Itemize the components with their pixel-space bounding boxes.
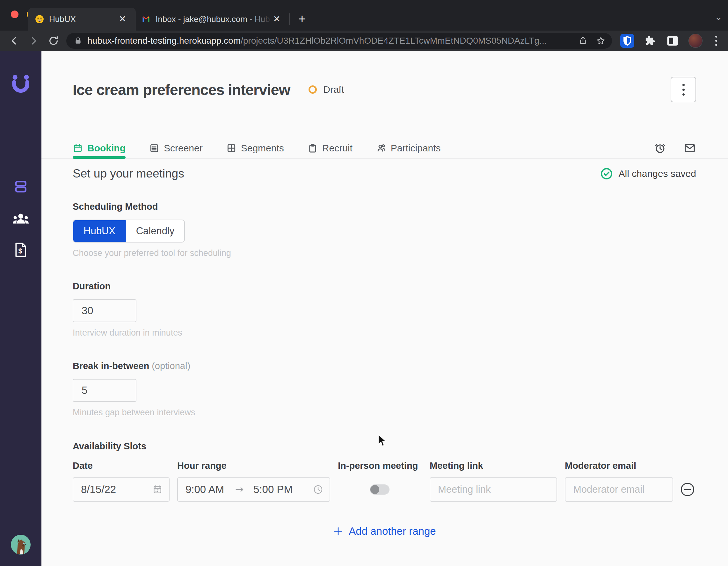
sidebar-toggle-icon[interactable]: [666, 34, 679, 47]
new-tab-button[interactable]: +: [295, 12, 309, 26]
scheduling-method-block: Scheduling Method HubUX Calendly Choose …: [73, 201, 696, 258]
duration-input[interactable]: [73, 299, 136, 322]
browser-chrome: HubUX ✕ Inbox - jake@hubux.com - Hub ✕ +…: [0, 0, 728, 51]
tab-label: Booking: [87, 143, 126, 154]
browser-tab-inbox[interactable]: Inbox - jake@hubux.com - Hub ✕: [136, 8, 289, 31]
email-icon[interactable]: [683, 142, 696, 154]
in-person-toggle[interactable]: [370, 484, 389, 495]
browser-tab-hubux[interactable]: HubUX ✕: [28, 8, 136, 31]
grid-icon: [226, 143, 237, 153]
browser-menu-icon[interactable]: [712, 34, 720, 48]
duration-block: Duration Interview duration in minutes: [73, 281, 696, 338]
share-icon[interactable]: [578, 36, 588, 46]
moderator-email-input[interactable]: [565, 477, 673, 502]
availability-slot-row: 8/15/22 9:00 AM 5:00 PM: [73, 477, 696, 502]
tab-label: Segments: [241, 143, 284, 154]
sidebar-item-billing[interactable]: $: [14, 242, 28, 258]
option-calendly[interactable]: Calendly: [126, 220, 184, 242]
availability-column-headers: Date Hour range In-person meeting Meetin…: [73, 461, 696, 471]
tab-label: Recruit: [322, 143, 353, 154]
status-badge: Draft: [309, 84, 344, 95]
extensions-puzzle-icon[interactable]: [644, 34, 657, 47]
check-circle-icon: [600, 167, 613, 180]
calendar-icon: [152, 484, 163, 495]
main-content: Ice cream preferences interview Draft Bo…: [41, 51, 728, 566]
mouse-cursor: [375, 433, 388, 447]
col-hour-range: Hour range: [177, 461, 330, 471]
status-label: Draft: [323, 84, 344, 95]
tab-recruit[interactable]: Recruit: [308, 138, 353, 158]
add-another-range-link[interactable]: Add another range: [333, 525, 436, 537]
duration-label: Duration: [73, 281, 696, 292]
scheduling-method-segmented-control: HubUX Calendly: [73, 220, 185, 243]
sidebar-item-participants[interactable]: [12, 212, 29, 226]
section-header: Set up your meetings All changes saved: [73, 167, 696, 180]
bitwarden-shield-icon[interactable]: [620, 34, 634, 48]
kebab-icon: [682, 84, 685, 96]
col-date: Date: [73, 461, 170, 471]
tab-label: Screener: [164, 143, 203, 154]
close-window-button[interactable]: [11, 11, 18, 18]
close-tab-icon[interactable]: ✕: [116, 13, 129, 25]
forward-icon[interactable]: [27, 34, 41, 48]
remove-slot-button[interactable]: [681, 483, 694, 496]
tab-strip: HubUX ✕ Inbox - jake@hubux.com - Hub ✕ +…: [0, 0, 728, 31]
back-icon[interactable]: [7, 34, 21, 48]
add-range-row: Add another range: [73, 525, 696, 537]
reload-icon[interactable]: [47, 34, 61, 48]
tab-participants[interactable]: Participants: [376, 138, 441, 158]
url-domain: hubux-frontend-testing.herokuapp.com: [87, 36, 241, 46]
duration-helper-text: Interview duration in minutes: [73, 328, 696, 338]
hubux-logo[interactable]: [10, 74, 31, 94]
tab-title-fade: [250, 11, 272, 27]
tab-screener[interactable]: Screener: [149, 138, 203, 158]
tab-search-chevron-icon[interactable]: ⌄: [715, 12, 722, 22]
section-title: Set up your meetings: [73, 167, 184, 180]
draft-status-icon: [309, 85, 317, 94]
toggle-knob: [370, 485, 379, 494]
browser-profile-avatar[interactable]: [688, 34, 703, 48]
list-box-icon: [149, 143, 159, 153]
col-meeting-link: Meeting link: [430, 461, 557, 471]
tab-label: Participants: [391, 143, 441, 154]
break-block: Break in-between (optional) Minutes gap …: [73, 361, 696, 417]
user-avatar-dog[interactable]: [11, 535, 31, 555]
break-helper-text: Minutes gap between interviews: [73, 408, 696, 417]
project-nav-tabs: Booking Screener Segments Recruit Partic…: [41, 138, 728, 159]
url-text: hubux-frontend-testing.herokuapp.com/pro…: [87, 36, 570, 46]
meeting-link-input[interactable]: [430, 477, 557, 502]
reminders-alarm-icon[interactable]: [654, 142, 666, 154]
date-field[interactable]: 8/15/22: [73, 477, 170, 502]
svg-text:$: $: [18, 247, 22, 255]
sidebar-item-projects[interactable]: [13, 179, 28, 194]
save-status-label: All changes saved: [619, 168, 696, 179]
tab-title: HubUX: [49, 14, 116, 24]
gmail-icon: [142, 15, 150, 24]
option-hubux[interactable]: HubUX: [73, 220, 126, 243]
clock-icon: [313, 484, 323, 495]
break-optional-text: (optional): [152, 361, 190, 371]
tab-segments[interactable]: Segments: [226, 138, 284, 158]
availability-block: Availability Slots Date Hour range In-pe…: [73, 441, 696, 537]
bookmark-star-icon[interactable]: [596, 36, 606, 46]
break-label: Break in-between (optional): [73, 361, 696, 371]
hour-range-field[interactable]: 9:00 AM 5:00 PM: [177, 477, 330, 502]
smiley-emoji-icon: [35, 15, 44, 24]
extension-area: [620, 34, 720, 48]
address-bar[interactable]: hubux-frontend-testing.herokuapp.com/pro…: [66, 33, 612, 49]
clipboard-icon: [308, 143, 318, 153]
url-path: /projects/U3R1ZHlOb2RlOmVhODE4ZTE1LTcwMm…: [241, 36, 547, 46]
site-lock-icon[interactable]: [74, 37, 82, 45]
break-label-text: Break in-between: [73, 361, 149, 371]
tab-booking[interactable]: Booking: [73, 138, 126, 158]
project-header: Ice cream preferences interview Draft: [73, 76, 696, 103]
scheduling-helper-text: Choose your preferred tool for schedulin…: [73, 248, 696, 258]
browser-toolbar: hubux-frontend-testing.herokuapp.com/pro…: [0, 31, 728, 51]
project-menu-button[interactable]: [671, 77, 696, 102]
add-range-label: Add another range: [349, 525, 436, 537]
page-title: Ice cream preferences interview: [73, 81, 290, 98]
app-sidebar: $: [0, 51, 41, 566]
save-status: All changes saved: [600, 167, 696, 180]
break-input[interactable]: [73, 379, 136, 402]
close-tab-icon[interactable]: ✕: [271, 13, 283, 25]
